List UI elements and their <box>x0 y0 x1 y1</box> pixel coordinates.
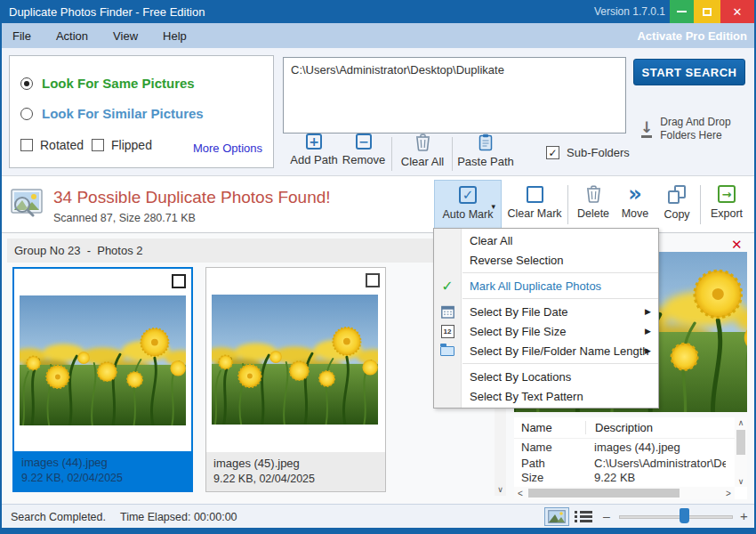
menu-item-reverse-selection[interactable]: Reverse Selection <box>434 250 658 270</box>
group-close-icon[interactable]: ✕ <box>731 237 743 253</box>
property-row[interactable]: Size 9.22 KB <box>514 471 747 483</box>
status-bar: Search Completed. Time Elapsed: 00:00:00… <box>2 504 754 528</box>
menu-separator <box>462 298 658 299</box>
plus-square-icon: + <box>306 134 322 150</box>
trash-icon <box>415 134 430 151</box>
more-options-link[interactable]: More Options <box>193 142 262 155</box>
thumbnail-view-button[interactable] <box>544 507 569 526</box>
menu-item-select-by-file-size[interactable]: 12 Select By File Size ▶ <box>434 321 658 341</box>
scroll-left-icon[interactable]: < <box>514 489 527 498</box>
properties-vscrollbar[interactable]: ∧ ∨ <box>735 417 747 487</box>
toolbar-separator <box>452 137 453 171</box>
drag-drop-hint: ↓ Drag And Drop Folders Here <box>640 116 731 142</box>
property-row[interactable]: Path C:\Users\Administrator\Deskt <box>514 455 747 471</box>
version-label: Version 1.7.0.1 <box>594 5 665 18</box>
list-view-button[interactable] <box>575 509 594 524</box>
property-row[interactable]: Name images (44).jpeg <box>514 439 747 455</box>
subfolders-checkbox[interactable]: ✓ Sub-Folders <box>546 146 630 159</box>
copy-icon <box>668 185 686 204</box>
maximize-button[interactable] <box>694 0 720 23</box>
delete-button[interactable]: Delete <box>572 180 615 230</box>
window-border <box>0 23 2 534</box>
export-icon: → <box>718 185 736 203</box>
photo-thumbnail <box>20 295 186 425</box>
submenu-arrow-icon: ▶ <box>645 346 651 355</box>
zoom-out-icon[interactable]: – <box>603 509 610 523</box>
move-button[interactable]: » Move <box>615 180 655 230</box>
minimize-button[interactable] <box>670 0 694 23</box>
menu-view[interactable]: View <box>101 23 150 48</box>
search-options-box: Look For Same Pictures Look For Similar … <box>9 55 274 168</box>
start-search-button[interactable]: START SEARCH <box>633 59 745 85</box>
dragdrop-line2: Folders Here <box>660 129 730 142</box>
photo-checkbox[interactable] <box>172 274 186 288</box>
menu-action[interactable]: Action <box>44 23 101 48</box>
scroll-right-icon[interactable]: > <box>722 489 735 498</box>
same-pictures-label: Look For Same Pictures <box>42 76 195 91</box>
menu-item-mark-all-duplicates[interactable]: ✓ Mark All Duplicate Photos <box>434 276 658 295</box>
photo-checkbox[interactable] <box>366 273 380 287</box>
submenu-arrow-icon: ▶ <box>645 327 651 336</box>
status-text: Search Completed. <box>11 511 106 523</box>
scrollbar-thumb[interactable] <box>528 489 680 498</box>
flipped-checkbox[interactable]: Flipped <box>92 138 152 152</box>
properties-header: Name Description <box>514 417 747 439</box>
menu-item-clear-all[interactable]: Clear All <box>434 231 658 250</box>
properties-table: Name Description Name images (44).jpeg P… <box>514 417 747 499</box>
scroll-up-icon[interactable]: ∧ <box>735 418 747 427</box>
double-chevron-icon: » <box>628 185 642 203</box>
close-icon: ✕ <box>733 5 743 19</box>
photo-meta: 9.22 KB, 02/04/2025 <box>213 472 378 487</box>
menu-item-select-by-name-length[interactable]: Select By File/Folder Name Length ▶ <box>434 341 658 360</box>
photo-meta: 9.22 KB, 02/04/2025 <box>21 471 184 486</box>
menu-item-select-by-file-date[interactable]: Select By File Date ▶ <box>434 302 658 321</box>
clear-all-paths-button[interactable]: Clear All <box>397 134 448 168</box>
auto-mark-menu: Clear All Reverse Selection ✓ Mark All D… <box>433 228 659 409</box>
calendar-icon <box>438 303 456 320</box>
photo-caption: images (44).jpeg 9.22 KB, 02/04/2025 <box>14 451 191 490</box>
menu-separator <box>462 272 658 273</box>
menu-help[interactable]: Help <box>150 23 199 48</box>
paste-path-button[interactable]: Paste Path <box>457 134 514 168</box>
zoom-slider-thumb[interactable] <box>680 508 689 523</box>
search-path-list[interactable]: C:\Users\Administrator\Desktop\Duplikate <box>283 57 626 134</box>
properties-hscrollbar[interactable]: < > <box>514 487 735 499</box>
menu-file[interactable]: File <box>0 23 44 48</box>
picture-icon <box>548 510 566 523</box>
search-setup-panel: Look For Same Pictures Look For Similar … <box>2 48 754 175</box>
auto-mark-button[interactable]: ✓ ▾ Auto Mark <box>434 180 502 230</box>
radio-similar-pictures[interactable]: Look For Similar Pictures <box>20 106 204 121</box>
zoom-in-icon[interactable]: + <box>740 508 748 523</box>
copy-button[interactable]: Copy <box>656 180 697 230</box>
clear-mark-button[interactable]: Clear Mark <box>505 180 564 230</box>
green-check-icon: ✓ <box>438 278 456 294</box>
scroll-down-icon[interactable]: ∨ <box>735 477 747 486</box>
remove-path-button[interactable]: − Remove <box>340 134 388 166</box>
scroll-down-icon[interactable]: ∨ <box>495 485 506 494</box>
zoom-slider-track[interactable] <box>619 515 733 519</box>
action-separator <box>567 185 568 224</box>
submenu-arrow-icon: ▶ <box>645 307 651 316</box>
photo-card[interactable]: images (45).jpeg 9.22 KB, 02/04/2025 <box>205 267 386 492</box>
add-path-button[interactable]: + Add Path <box>288 134 340 166</box>
subfolders-label: Sub-Folders <box>567 146 630 159</box>
close-button[interactable]: ✕ <box>720 0 754 23</box>
menu-item-select-by-text-pattern[interactable]: Select By Text Pattern <box>434 386 658 406</box>
menu-item-select-by-locations[interactable]: Select By Locations <box>434 367 658 386</box>
elapsed-time: Time Elapsed: 00:00:00 <box>120 511 237 523</box>
col-name[interactable]: Name <box>514 421 585 434</box>
rotated-checkbox[interactable]: Rotated <box>20 138 84 152</box>
trash-icon <box>586 185 601 203</box>
clipboard-icon <box>479 134 494 151</box>
scrollbar-thumb[interactable] <box>736 430 745 455</box>
window-title: Duplicate Photos Finder - Free Edition <box>9 5 205 19</box>
activate-pro-link[interactable]: Activate Pro Edition <box>637 29 747 43</box>
radio-same-pictures[interactable]: Look For Same Pictures <box>20 76 195 91</box>
photo-card-selected[interactable]: images (44).jpeg 9.22 KB, 02/04/2025 <box>12 267 193 492</box>
radio-unselected-icon <box>20 108 33 120</box>
dropdown-arrow-icon: ▾ <box>491 202 495 211</box>
toolbar-separator <box>391 137 392 171</box>
export-button[interactable]: → Export <box>704 180 749 230</box>
col-description[interactable]: Description <box>585 421 653 434</box>
flipped-checkbox-icon <box>92 139 104 151</box>
